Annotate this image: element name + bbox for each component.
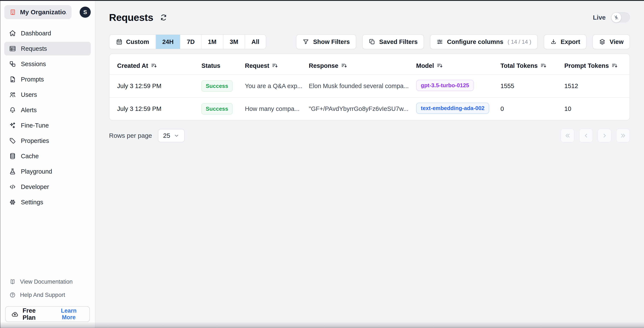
avatar[interactable]: S bbox=[80, 7, 91, 18]
status-badge: Success bbox=[202, 80, 232, 92]
download-icon bbox=[550, 38, 557, 45]
chevrons-right-icon bbox=[620, 132, 626, 139]
table-icon bbox=[9, 45, 16, 52]
book-icon bbox=[9, 278, 16, 285]
copy-icon bbox=[369, 38, 376, 45]
time-range-3m[interactable]: 3M bbox=[223, 35, 245, 49]
cell-created-at: July 3 12:59 PM bbox=[117, 83, 202, 90]
time-range-24h[interactable]: 24H bbox=[156, 35, 180, 49]
sidebar-item-dashboard[interactable]: Dashboard bbox=[4, 27, 91, 40]
building-icon bbox=[9, 9, 16, 16]
column-header-request[interactable]: Request bbox=[245, 62, 309, 69]
help-circle-icon bbox=[9, 292, 16, 298]
sidebar-item-users[interactable]: Users bbox=[4, 88, 91, 101]
cell-model: text-embedding-ada-002 bbox=[416, 103, 500, 115]
last-page-button[interactable] bbox=[616, 129, 630, 142]
learn-more-link[interactable]: Learn More bbox=[54, 307, 84, 321]
cell-model: gpt-3.5-turbo-0125 bbox=[416, 80, 500, 93]
sidebar-item-alerts[interactable]: Alerts bbox=[4, 103, 91, 117]
toolbar-actions: Show Filters Saved Filters bbox=[296, 34, 630, 49]
view-documentation-link[interactable]: View Documentation bbox=[0, 275, 95, 288]
refresh-button[interactable] bbox=[160, 14, 168, 21]
users-icon bbox=[9, 91, 16, 98]
column-header-status[interactable]: Status bbox=[202, 62, 245, 69]
configure-columns-button[interactable]: Configure columns ( 14 / 14 ) bbox=[430, 34, 538, 49]
table-row[interactable]: July 3 12:59 PM Success How many compa..… bbox=[110, 97, 630, 120]
sidebar-item-properties[interactable]: Properties bbox=[4, 134, 91, 147]
layers-icon bbox=[599, 38, 606, 45]
sessions-icon bbox=[9, 60, 16, 68]
sort-icon bbox=[540, 63, 547, 69]
table-header-row: Created At Status Request Response bbox=[110, 54, 630, 74]
help-and-support-link[interactable]: Help And Support bbox=[0, 288, 95, 301]
sidebar-item-requests[interactable]: Requests bbox=[4, 42, 91, 55]
sidebar-footer: View Documentation Help And Support bbox=[0, 275, 95, 323]
column-header-total-tokens[interactable]: Total Tokens bbox=[500, 62, 564, 69]
live-label: Live bbox=[593, 14, 606, 21]
sidebar-item-sessions[interactable]: Sessions bbox=[4, 57, 91, 71]
org-switcher-button[interactable]: My Organizatio... bbox=[4, 5, 72, 19]
cell-total-tokens: 0 bbox=[500, 105, 564, 112]
model-badge: gpt-3.5-turbo-0125 bbox=[416, 80, 474, 91]
cell-prompt-tokens: 10 bbox=[564, 105, 630, 112]
rows-per-page-select[interactable]: 25 bbox=[158, 129, 185, 142]
beaker-icon bbox=[9, 168, 16, 175]
cell-status: Success bbox=[202, 80, 245, 92]
cell-created-at: July 3 12:59 PM bbox=[117, 105, 202, 112]
sort-icon bbox=[612, 63, 618, 69]
sidebar-item-prompts[interactable]: Prompts bbox=[4, 73, 91, 86]
home-icon bbox=[9, 30, 16, 37]
column-header-model[interactable]: Model bbox=[416, 62, 500, 69]
chevron-down-icon bbox=[174, 133, 180, 139]
cloud-upload-icon bbox=[11, 310, 19, 318]
view-button[interactable]: View bbox=[592, 34, 630, 49]
column-header-prompt-tokens[interactable]: Prompt Tokens bbox=[564, 62, 630, 69]
live-toggle[interactable] bbox=[611, 12, 630, 23]
sidebar-item-developer[interactable]: Developer bbox=[4, 180, 91, 194]
pagination bbox=[560, 129, 630, 142]
chevron-left-icon bbox=[583, 132, 590, 139]
time-range-all[interactable]: All bbox=[245, 35, 266, 49]
time-range-custom[interactable]: Custom bbox=[110, 35, 156, 49]
sidebar-item-cache[interactable]: Cache bbox=[4, 149, 91, 163]
table-row[interactable]: July 3 12:59 PM Success You are a Q&A ex… bbox=[110, 74, 630, 97]
status-badge: Success bbox=[202, 103, 232, 114]
time-range-7d[interactable]: 7D bbox=[180, 35, 201, 49]
main-content: Requests Live bbox=[96, 0, 644, 328]
database-icon bbox=[9, 152, 16, 160]
cell-status: Success bbox=[202, 103, 245, 114]
org-row: My Organizatio... S bbox=[0, 0, 95, 19]
cell-response: Elon Musk founded several compa... bbox=[309, 83, 416, 90]
chevrons-left-icon bbox=[564, 132, 571, 139]
calendar-icon bbox=[116, 38, 123, 45]
next-page-button[interactable] bbox=[598, 129, 612, 142]
model-badge: text-embedding-ada-002 bbox=[416, 103, 489, 114]
cell-request: You are a Q&A exp... bbox=[245, 83, 309, 90]
previous-page-button[interactable] bbox=[579, 129, 593, 142]
time-range-1m[interactable]: 1M bbox=[201, 35, 223, 49]
rows-per-page-label: Rows per page bbox=[109, 132, 152, 139]
cell-request: How many compa... bbox=[245, 105, 309, 112]
app-window: My Organizatio... S Dashboard bbox=[0, 0, 644, 328]
cell-total-tokens: 1555 bbox=[500, 83, 564, 90]
page-title: Requests bbox=[109, 12, 153, 23]
saved-filters-button[interactable]: Saved Filters bbox=[362, 34, 424, 49]
funnel-icon bbox=[302, 38, 309, 45]
sidebar-item-playground[interactable]: Playground bbox=[4, 165, 91, 178]
refresh-icon bbox=[160, 14, 168, 21]
plan-name: Free Plan bbox=[22, 307, 50, 321]
document-icon bbox=[9, 76, 16, 83]
configure-columns-count: ( 14 / 14 ) bbox=[508, 39, 531, 45]
column-header-created-at[interactable]: Created At bbox=[117, 62, 202, 69]
export-button[interactable]: Export bbox=[544, 34, 587, 49]
sidebar-item-fine-tune[interactable]: Fine-Tune bbox=[4, 119, 91, 132]
first-page-button[interactable] bbox=[560, 129, 574, 142]
sidebar-nav: Dashboard Requests bbox=[0, 19, 95, 211]
plan-card[interactable]: Free Plan Learn More bbox=[5, 306, 90, 322]
show-filters-button[interactable]: Show Filters bbox=[296, 34, 356, 49]
sidebar-item-settings[interactable]: Settings bbox=[4, 195, 91, 209]
column-header-response[interactable]: Response bbox=[309, 62, 416, 69]
chevron-right-icon bbox=[601, 132, 608, 139]
sort-icon bbox=[272, 63, 278, 69]
bolt-slash-icon bbox=[612, 13, 621, 22]
